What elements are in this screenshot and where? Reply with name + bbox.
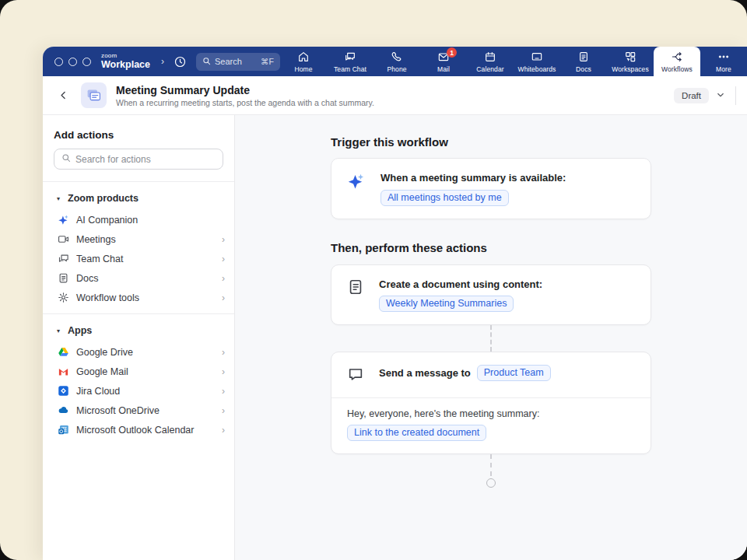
forward-chevron-icon[interactable]: › xyxy=(161,56,164,67)
gmail-icon xyxy=(57,366,69,378)
window-controls xyxy=(54,58,91,66)
workflow-title-block: Meeting Summary Update When a recurring … xyxy=(116,84,374,107)
logo-zoom-text: zoom xyxy=(101,53,150,59)
document-content-chip[interactable]: Weekly Meeting Summaries xyxy=(379,296,514,312)
section-zoom-products[interactable]: ▾ Zoom products xyxy=(43,182,234,210)
chat-bubble-icon xyxy=(347,366,364,386)
workflow-canvas: Trigger this workflow When a meeting sum… xyxy=(235,115,747,560)
ai-sparkle-icon xyxy=(347,172,366,194)
row-chevron-icon: › xyxy=(222,347,225,358)
sidebar-heading: Add actions xyxy=(54,129,223,141)
send-message-card[interactable]: Send a message to Product Team Hey, ever… xyxy=(331,352,651,454)
sidebar-item-workflow-tools[interactable]: Workflow tools › xyxy=(43,288,234,307)
actions-search-input[interactable]: Search for actions xyxy=(54,149,223,170)
jira-icon xyxy=(57,385,69,397)
zoom-workplace-window: zoom Workplace › Search ⌘F xyxy=(43,47,747,560)
actions-sidebar: Add actions Search for actions ▾ Zoom pr… xyxy=(43,115,235,560)
trigger-card[interactable]: When a meeting summary is available: All… xyxy=(331,158,651,219)
global-search-input[interactable]: Search ⌘F xyxy=(196,53,280,71)
header-divider xyxy=(735,86,736,105)
zoom-workplace-logo: zoom Workplace xyxy=(101,53,150,70)
document-link-chip[interactable]: Link to the created document xyxy=(347,425,486,441)
row-chevron-icon: › xyxy=(222,292,225,303)
back-button[interactable] xyxy=(55,87,72,103)
row-chevron-icon: › xyxy=(222,366,225,377)
nav-tab-more[interactable]: More xyxy=(700,47,747,76)
window-control-minimize[interactable] xyxy=(68,58,77,66)
nav-tab-workflows[interactable]: Workflows xyxy=(654,47,700,76)
trigger-heading: Trigger this workflow xyxy=(331,135,448,149)
sidebar-item-microsoft-outlook-calendar[interactable]: Microsoft Outlook Calendar › xyxy=(43,420,234,439)
search-shortcut: ⌘F xyxy=(261,57,274,66)
row-chevron-icon: › xyxy=(222,405,225,416)
nav-tab-home[interactable]: Home xyxy=(280,47,327,76)
actions-heading: Then, perform these actions xyxy=(331,241,487,254)
sidebar-item-google-mail[interactable]: Google Mail › xyxy=(43,362,234,381)
nav-tab-workspaces[interactable]: Workspaces xyxy=(607,47,654,76)
actions-search-placeholder: Search for actions xyxy=(75,154,151,165)
sidebar-item-jira-cloud[interactable]: Jira Cloud › xyxy=(43,381,234,401)
window-control-close[interactable] xyxy=(54,58,63,66)
create-document-text: Create a document using content: xyxy=(379,278,542,292)
sidebar-item-microsoft-onedrive[interactable]: Microsoft OneDrive › xyxy=(43,401,234,420)
nav-tab-calendar[interactable]: Calendar xyxy=(467,47,514,76)
connector-dash xyxy=(490,454,492,476)
nav-tab-whiteboards[interactable]: Whiteboards xyxy=(514,47,560,76)
chevron-down-icon[interactable] xyxy=(716,89,725,103)
video-icon xyxy=(57,233,69,246)
caret-down-icon: ▾ xyxy=(57,195,60,202)
nav-tab-docs[interactable]: Docs xyxy=(560,47,607,76)
mail-unread-badge: 1 xyxy=(447,47,457,58)
message-body-text: Hey, everyone, here's the meeting summar… xyxy=(347,408,635,419)
sidebar-item-ai-companion[interactable]: AI Companion xyxy=(43,210,234,229)
doc-icon xyxy=(57,272,69,285)
logo-workplace-text: Workplace xyxy=(101,60,150,70)
gear-icon xyxy=(57,292,69,304)
onedrive-icon xyxy=(57,404,69,417)
section-apps[interactable]: ▾ Apps xyxy=(43,314,234,342)
window-control-zoom[interactable] xyxy=(82,58,91,66)
meeting-summary-icon xyxy=(81,82,107,108)
flow-end-node xyxy=(486,478,496,488)
search-placeholder: Search xyxy=(215,57,242,66)
sidebar-item-google-drive[interactable]: Google Drive › xyxy=(43,342,234,362)
workflow-subtitle: When a recurring meeting starts, post th… xyxy=(116,98,374,107)
header-right: Draft xyxy=(674,86,736,105)
chat-icon xyxy=(57,253,69,265)
caret-down-icon: ▾ xyxy=(57,327,60,334)
nav-tab-team-chat[interactable]: Team Chat xyxy=(327,47,374,76)
connector-dash xyxy=(490,325,492,352)
row-chevron-icon: › xyxy=(222,254,225,264)
row-chevron-icon: › xyxy=(222,425,225,436)
status-badge[interactable]: Draft xyxy=(674,88,709,103)
sidebar-item-docs[interactable]: Docs › xyxy=(43,268,234,288)
ai-sparkle-icon xyxy=(57,214,69,226)
recipient-chip[interactable]: Product Team xyxy=(477,365,551,381)
sidebar-item-meetings[interactable]: Meetings › xyxy=(43,229,234,249)
sidebar-item-team-chat[interactable]: Team Chat › xyxy=(43,249,234,268)
workflow-header: Meeting Summary Update When a recurring … xyxy=(43,76,747,115)
row-chevron-icon: › xyxy=(222,234,225,245)
row-chevron-icon: › xyxy=(222,386,225,397)
nav-tabs: Home Team Chat Phone 1 xyxy=(280,47,747,76)
trigger-text: When a meeting summary is available: xyxy=(381,171,566,185)
google-drive-icon xyxy=(57,346,69,359)
search-icon xyxy=(202,57,211,67)
outlook-calendar-icon xyxy=(57,424,69,436)
trigger-scope-chip[interactable]: All meetings hosted by me xyxy=(381,190,509,206)
create-document-card[interactable]: Create a document using content: Weekly … xyxy=(331,264,651,326)
search-icon xyxy=(61,153,71,165)
nav-tab-mail[interactable]: 1 Mail xyxy=(420,47,467,76)
history-icon[interactable] xyxy=(174,55,187,68)
screenshot-page: zoom Workplace › Search ⌘F xyxy=(0,0,747,560)
nav-tab-phone[interactable]: Phone xyxy=(374,47,420,76)
send-message-text: Send a message to xyxy=(379,366,471,380)
row-chevron-icon: › xyxy=(222,273,225,284)
top-navbar: zoom Workplace › Search ⌘F xyxy=(43,47,747,76)
workflow-title: Meeting Summary Update xyxy=(116,84,374,96)
document-icon xyxy=(347,278,364,299)
